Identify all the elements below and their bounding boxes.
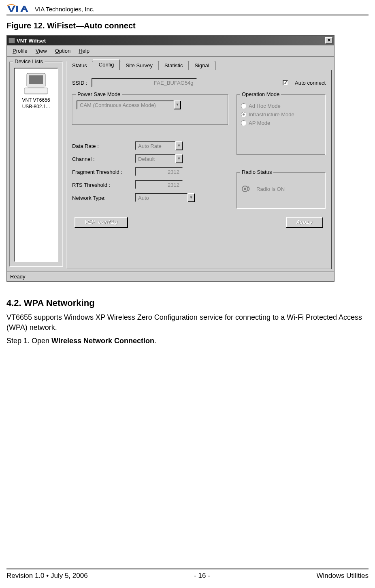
operation-mode-group: Operation Mode Ad Hoc Mode Infrastructur… xyxy=(237,94,326,155)
network-type-value: Auto xyxy=(135,193,188,202)
data-rate-combo[interactable]: Auto Rate ▼ xyxy=(135,141,228,150)
step1-suffix: . xyxy=(154,337,156,345)
config-panel: SSID : ✓ Auto connect Power Save Mode CA… xyxy=(66,70,332,269)
fragment-input[interactable] xyxy=(135,167,183,176)
operation-mode-legend: Operation Mode xyxy=(240,91,281,97)
step1-bold: Wireless Network Connection xyxy=(51,337,154,345)
network-type-combo[interactable]: Auto ▼ xyxy=(135,193,228,202)
wifiset-window: VNT Wifiset ✕ Profile View Option Help D… xyxy=(6,35,335,282)
footer-left: Revision 1.0 • July 5, 2006 xyxy=(6,572,88,580)
dropdown-arrow-icon[interactable]: ▼ xyxy=(188,193,195,202)
footer-right: Windows Utilities xyxy=(317,572,369,580)
section-para-1: VT6655 supports Windows XP Wireless Zero… xyxy=(6,312,369,333)
radio-status-text: Radio is ON xyxy=(256,186,285,192)
radio-ad-hoc[interactable]: Ad Hoc Mode xyxy=(241,103,321,109)
data-rate-value: Auto Rate xyxy=(135,141,175,150)
data-rate-label: Data Rate : xyxy=(72,143,135,149)
power-save-value: CAM (Continuous Access Mode) xyxy=(77,100,174,109)
app-icon xyxy=(9,38,15,43)
radio-status-group: Radio Status Radio is ON xyxy=(237,172,326,209)
ap-label: AP Mode xyxy=(249,120,270,126)
step-1: Step 1. Open Wireless Network Connection… xyxy=(6,336,369,346)
power-save-group: Power Save Mode CAM (Continuous Access M… xyxy=(72,94,228,125)
radio-status-legend: Radio Status xyxy=(240,169,273,175)
svg-rect-2 xyxy=(29,75,43,84)
menu-profile[interactable]: Profile xyxy=(9,47,31,55)
window-title: VNT Wifiset xyxy=(17,38,46,44)
auto-connect-label: Auto connect xyxy=(295,80,326,86)
svg-rect-3 xyxy=(24,88,48,94)
device-item-line2: USB-802.1... xyxy=(16,104,56,110)
tab-config[interactable]: Config xyxy=(93,59,120,70)
dropdown-arrow-icon[interactable]: ▼ xyxy=(175,154,183,163)
network-type-label: Network Type: xyxy=(72,195,135,201)
ad-hoc-label: Ad Hoc Mode xyxy=(249,103,281,109)
step1-prefix: Step 1. Open xyxy=(6,337,51,345)
menu-option[interactable]: Option xyxy=(52,47,74,55)
channel-value: Default xyxy=(135,154,175,163)
tab-status[interactable]: Status xyxy=(66,61,93,70)
titlebar: VNT Wifiset ✕ xyxy=(7,36,334,45)
infrastructure-label: Infrastructure Mode xyxy=(249,111,294,118)
ssid-input[interactable] xyxy=(92,78,197,87)
section-heading: 4.2. WPA Networking xyxy=(6,298,369,308)
channel-label: Channel : xyxy=(72,156,135,162)
tab-strip: Status Config Site Survey Statistic Sign… xyxy=(66,59,332,70)
power-save-legend: Power Save Mode xyxy=(76,91,122,97)
ssid-label: SSID : xyxy=(72,80,87,86)
document-footer: Revision 1.0 • July 5, 2006 - 16 - Windo… xyxy=(6,569,369,580)
rts-input[interactable] xyxy=(135,180,183,189)
svg-rect-0 xyxy=(16,6,18,12)
tab-statistic[interactable]: Statistic xyxy=(158,61,189,70)
power-save-combo[interactable]: CAM (Continuous Access Mode) ▼ xyxy=(77,100,181,109)
document-header: VIA Technologies, Inc. xyxy=(6,4,369,15)
device-item-line1: VNT VT6656 xyxy=(16,97,56,104)
dropdown-arrow-icon[interactable]: ▼ xyxy=(174,100,181,109)
status-bar: Ready xyxy=(7,272,334,281)
rts-label: RTS Threshold : xyxy=(72,182,135,188)
company-name: VIA Technologies, Inc. xyxy=(35,6,94,13)
dropdown-arrow-icon[interactable]: ▼ xyxy=(175,141,183,150)
via-logo xyxy=(6,4,32,14)
device-lists-legend: Device Lists xyxy=(13,58,45,64)
wep-config-button[interactable]: WEP config xyxy=(75,217,128,228)
device-list[interactable]: VNT VT6656 USB-802.1... xyxy=(14,68,58,262)
device-lists-group: Device Lists VNT VT6656 USB-802.1... xyxy=(9,62,63,267)
menu-help[interactable]: Help xyxy=(75,47,93,55)
footer-center: - 16 - xyxy=(194,572,210,580)
apply-button[interactable]: Apply xyxy=(286,217,323,228)
channel-combo[interactable]: Default ▼ xyxy=(135,154,228,163)
radio-infrastructure[interactable]: Infrastructure Mode xyxy=(241,111,321,118)
radio-ap[interactable]: AP Mode xyxy=(241,120,321,126)
computer-icon xyxy=(22,72,50,94)
menubar: Profile View Option Help xyxy=(7,45,334,57)
figure-caption: Figure 12. WiFiset—Auto connect xyxy=(6,21,369,30)
fragment-label: Fragment Threshold : xyxy=(72,169,135,175)
radio-on-icon xyxy=(241,184,252,194)
menu-view[interactable]: View xyxy=(32,47,50,55)
svg-point-6 xyxy=(244,188,246,190)
close-button[interactable]: ✕ xyxy=(325,37,332,44)
tab-signal[interactable]: Signal xyxy=(188,61,215,70)
tab-site-survey[interactable]: Site Survey xyxy=(119,61,158,70)
auto-connect-checkbox[interactable]: ✓ xyxy=(283,80,288,86)
